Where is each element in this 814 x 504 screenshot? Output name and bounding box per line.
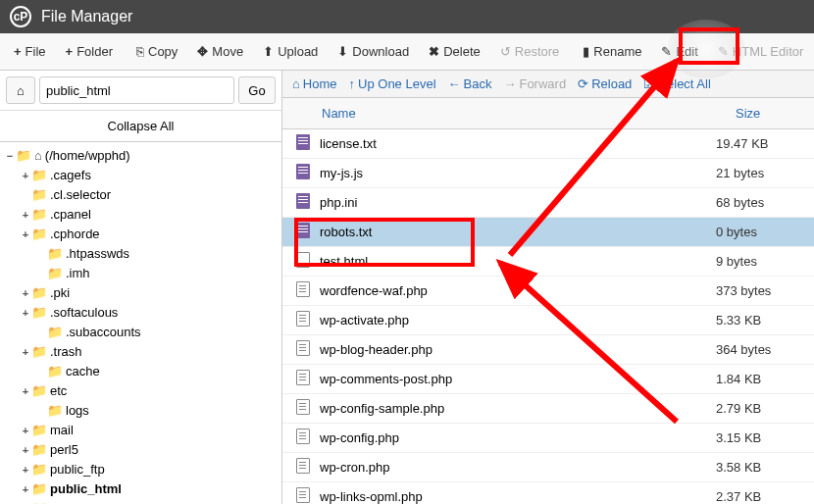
back-icon: ← [448,76,461,91]
nav-forward[interactable]: →Forward [503,76,566,91]
file-list: license.txt19.47 KBmy-js.js21 bytesphp.i… [282,129,814,504]
tree-item[interactable]: 📁cache [0,362,281,381]
app-title: File Manager [41,8,132,25]
rename-icon: ▮ [583,44,589,59]
rename-button[interactable]: ▮Rename [573,38,651,65]
up-icon: ↑ [349,76,356,91]
php-file-icon [296,458,310,474]
content-pane: ⌂Home ↑Up One Level ←Back →Forward ⟳Relo… [282,71,814,504]
col-name-header[interactable]: Name [282,98,726,128]
nav-up[interactable]: ↑Up One Level [349,76,436,91]
html-editor-icon: ✎ [718,44,729,59]
nav-home[interactable]: ⌂Home [292,76,337,91]
edit-button[interactable]: ✎Edit [651,38,707,65]
download-icon: ⬇ [337,44,348,59]
document-icon [296,223,310,238]
nav-back[interactable]: ←Back [448,76,492,91]
php-file-icon [296,487,310,503]
copy-icon: ⎘ [136,44,144,59]
home-icon: ⌂ [292,76,300,91]
php-file-icon [296,370,310,385]
file-row[interactable]: wp-comments-post.php1.84 KB [282,365,814,394]
tree-item[interactable]: 📁.imh [0,264,281,283]
php-file-icon [296,340,310,356]
new-folder-button[interactable]: +Folder [56,38,123,65]
cpanel-logo: cP [10,6,31,27]
file-row[interactable]: wp-cron.php3.58 KB [282,453,814,482]
file-row[interactable]: php.ini68 bytes [282,188,814,218]
file-row[interactable]: wp-links-opml.php2.37 KB [282,482,814,504]
tree-item[interactable]: +📁.cagefs [0,166,281,185]
file-row[interactable]: robots.txt0 bytes [282,218,814,247]
tree-item[interactable]: 📁.cl.selector [0,185,281,205]
upload-icon: ⬆ [263,44,274,59]
tree-item[interactable]: +📁mail [0,421,281,440]
tree-item[interactable]: +📁ssl [0,499,281,504]
php-file-icon [296,399,310,415]
upload-button[interactable]: ⬆Upload [253,38,328,65]
html-editor-button[interactable]: ✎HTML Editor [708,38,813,65]
home-path-button[interactable]: ⌂ [6,76,35,104]
tree-item[interactable]: +📁.pki [0,283,281,303]
file-row[interactable]: license.txt19.47 KB [282,129,814,159]
new-file-button[interactable]: +File [4,38,56,65]
tree-item[interactable]: 📁.subaccounts [0,323,281,342]
tree-root[interactable]: −📁⌂(/home/wpphd) [0,146,281,166]
file-row[interactable]: test.html9 bytes [282,247,814,277]
file-row[interactable]: wp-activate.php5.33 KB [282,306,814,335]
reload-icon: ⟳ [578,76,588,91]
file-row[interactable]: my-js.js21 bytes [282,159,814,188]
tree-item[interactable]: 📁logs [0,401,281,421]
restore-button[interactable]: ↺Restore [490,38,570,65]
home-icon: ⌂ [17,83,25,98]
tree-item[interactable]: +📁etc [0,381,281,401]
sidebar: ⌂ Go Collapse All −📁⌂(/home/wpphd) +📁.ca… [0,71,282,504]
main-toolbar: +File +Folder ⎘Copy ✥Move ⬆Upload ⬇Downl… [0,33,814,71]
move-button[interactable]: ✥Move [187,38,253,65]
nav-bar: ⌂Home ↑Up One Level ←Back →Forward ⟳Relo… [282,71,814,98]
collapse-all-button[interactable]: Collapse All [0,111,281,142]
tree-item[interactable]: +📁.trash [0,342,281,362]
file-row[interactable]: wp-blog-header.php364 bytes [282,335,814,365]
go-button[interactable]: Go [238,76,276,104]
nav-select-all[interactable]: ☑Select All [643,76,710,91]
nav-reload[interactable]: ⟳Reload [578,76,632,91]
tree-item[interactable]: +📁perl5 [0,440,281,460]
col-size-header[interactable]: Size [726,98,814,128]
tree-item[interactable]: +📁public_ftp [0,460,281,479]
tree-item[interactable]: +📁.cphorde [0,225,281,244]
path-input[interactable] [39,76,234,104]
select-all-icon: ☑ [643,76,655,91]
list-header: Name Size [282,98,814,129]
document-icon [296,164,310,179]
tree-item[interactable]: +📁public_html [0,479,281,499]
copy-button[interactable]: ⎘Copy [127,38,187,65]
app-header: cP File Manager [0,0,814,33]
html-file-icon [296,252,310,268]
tree-item[interactable]: +📁.cpanel [0,205,281,225]
delete-button[interactable]: ✖Delete [419,38,490,65]
restore-icon: ↺ [500,44,511,59]
file-row[interactable]: wp-config.php3.15 KB [282,424,814,453]
file-row[interactable]: wp-config-sample.php2.79 KB [282,394,814,424]
download-button[interactable]: ⬇Download [328,38,419,65]
pencil-icon: ✎ [661,44,672,59]
document-icon [296,193,310,209]
php-file-icon [296,281,310,297]
folder-tree: −📁⌂(/home/wpphd) +📁.cagefs📁.cl.selector+… [0,142,281,504]
file-row[interactable]: wordfence-waf.php373 bytes [282,277,814,306]
php-file-icon [296,311,310,327]
php-file-icon [296,428,310,444]
forward-icon: → [503,76,516,91]
tree-item[interactable]: 📁.htpasswds [0,244,281,264]
tree-item[interactable]: +📁.softaculous [0,303,281,323]
document-icon [296,134,310,150]
